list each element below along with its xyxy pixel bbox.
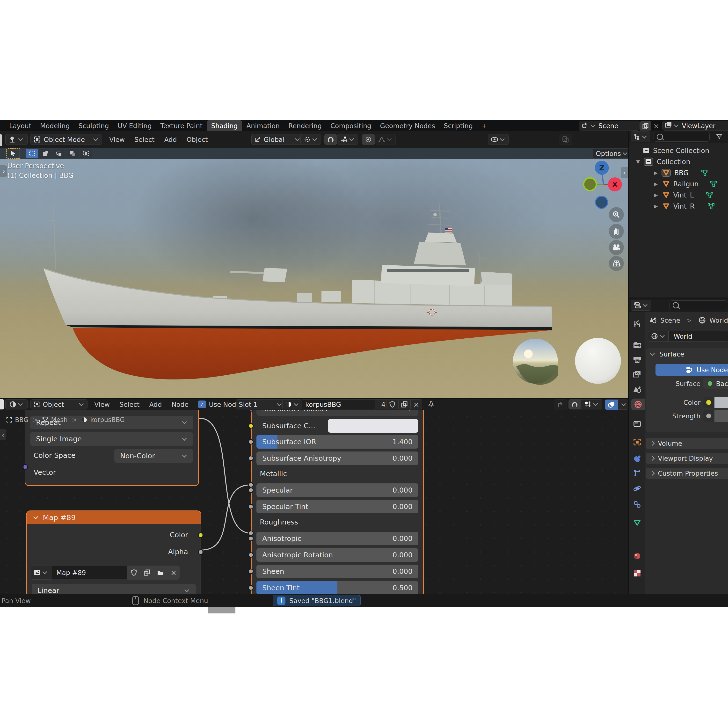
toolbar-expand-arrow[interactable]: › (0, 165, 7, 177)
socket-anisotropic[interactable] (248, 536, 254, 541)
tab-scene[interactable] (631, 384, 643, 395)
menu-view[interactable]: View (109, 136, 125, 143)
outliner-row-vint-l[interactable]: ▶ Vint_L (629, 190, 728, 200)
select-mode-invert-button[interactable] (66, 148, 79, 158)
camera-view-button[interactable] (609, 240, 624, 255)
socket-subsurface-anisotropy[interactable] (248, 456, 254, 461)
outliner-row-railgun[interactable]: ▶ Railgun (629, 178, 728, 190)
material-name-field[interactable]: korpusBBG (302, 399, 381, 410)
panel-viewport-display[interactable]: Viewport Display (646, 453, 728, 464)
n-panel-expand-arrow[interactable]: ‹ (0, 429, 6, 440)
use-nodes-button[interactable]: Use Nodes (656, 364, 728, 376)
unlink-scene-button[interactable]: × (651, 121, 661, 131)
add-workspace-button[interactable]: + (477, 120, 491, 131)
tab-modifiers[interactable] (631, 452, 643, 463)
disclosure-right-icon[interactable]: ▶ (654, 170, 658, 176)
menu-node[interactable]: Node (171, 401, 188, 408)
tab-particles[interactable] (631, 467, 643, 479)
disclosure-right-icon[interactable]: ▶ (654, 192, 658, 198)
socket-specular[interactable] (248, 488, 254, 493)
proportional-falloff-dropdown[interactable] (375, 134, 396, 145)
tab-world-active[interactable] (631, 399, 645, 410)
snap-settings-dropdown[interactable] (337, 134, 358, 145)
bsdf-row-subsurface-color[interactable]: Subsurface C... (257, 419, 418, 433)
outliner-row-vint-r[interactable]: ▶ Vint_R (629, 200, 728, 212)
snap-target-dropdown[interactable] (581, 399, 602, 410)
image-browse-button[interactable] (30, 566, 52, 580)
select-mode-intersect-button[interactable] (80, 148, 92, 158)
bsdf-row-subsurface-radius[interactable]: Subsurface Radius (257, 410, 418, 416)
tab-shading[interactable]: Shading (207, 120, 242, 131)
vector-socket[interactable] (23, 464, 28, 470)
bsdf-row-specular[interactable]: Specular 0.000 (257, 483, 418, 497)
bsdf-row-sheen[interactable]: Sheen 0.000 (257, 564, 418, 578)
node-canvas[interactable]: Repeat Single Image Color Space Non-Colo… (0, 410, 629, 594)
bsdf-row-subsurface-ior[interactable]: Subsurface IOR 1.400 (257, 435, 418, 449)
menu-object[interactable]: Object (187, 136, 208, 143)
properties-search[interactable] (670, 300, 727, 310)
tab-geometry-nodes[interactable]: Geometry Nodes (376, 120, 439, 131)
tab-texture-paint[interactable]: Texture Paint (156, 120, 207, 131)
color-swatch[interactable] (714, 397, 728, 408)
color-space-dropdown[interactable]: Non-Color (114, 449, 193, 463)
tab-texture[interactable] (631, 567, 643, 579)
filter-icon[interactable] (713, 132, 726, 142)
subsurface-color-swatch[interactable] (328, 419, 418, 433)
zoom-button[interactable] (609, 207, 624, 222)
bsdf-row-anisotropic[interactable]: Anisotropic 0.000 (257, 532, 418, 545)
outliner-row-collection[interactable]: ▼ Collection (629, 156, 728, 167)
sidebar-collapse-arrow[interactable]: ‹ (621, 167, 628, 178)
socket-roughness[interactable] (248, 531, 254, 536)
socket-sheen-tint[interactable] (248, 585, 254, 590)
tab-animation[interactable]: Animation (242, 120, 284, 131)
image-unlink-button[interactable]: × (168, 566, 180, 580)
map89-alpha-socket[interactable] (198, 549, 203, 555)
overlays-toggle[interactable] (605, 399, 618, 410)
snap-toggle[interactable] (324, 134, 337, 145)
editor-type-shader[interactable] (5, 399, 28, 410)
duplicate-material-button[interactable] (398, 399, 410, 410)
editor-type-outliner[interactable] (631, 132, 650, 142)
viewport-3d[interactable]: Z X (0, 148, 629, 399)
image-name-field[interactable]: Map #89 (52, 566, 127, 580)
ortho-perspective-button[interactable] (609, 256, 624, 271)
shader-type-dropdown[interactable]: Object (31, 399, 87, 410)
map89-node[interactable]: Map #89 Color Alpha Map #89 (27, 511, 200, 594)
select-mode-subtract-button[interactable] (53, 148, 65, 158)
pan-hand-button[interactable] (609, 224, 624, 239)
surface-panel-header[interactable]: Surface (646, 348, 728, 360)
tab-scripting[interactable]: Scripting (439, 120, 477, 131)
tab-tool[interactable] (631, 318, 643, 330)
menu-view[interactable]: View (94, 401, 110, 408)
world-name-field[interactable]: World (668, 331, 728, 341)
image-fake-user-button[interactable] (127, 566, 141, 580)
tab-object[interactable] (631, 418, 643, 430)
pin-icon[interactable] (425, 399, 437, 409)
show-gizmo-dropdown[interactable] (488, 134, 509, 145)
select-mode-extend-button[interactable] (39, 148, 52, 158)
menu-select[interactable]: Select (135, 136, 154, 143)
tweak-tool-button[interactable] (6, 148, 20, 159)
principled-bsdf-node[interactable]: Subsurface Radius Subsurface C... Subsur… (251, 410, 424, 594)
breadcrumb-world[interactable]: World (710, 317, 728, 324)
tab-compositing[interactable]: Compositing (326, 120, 376, 131)
tab-output[interactable] (631, 353, 643, 365)
outliner-row-bbg[interactable]: ▶ BBG (629, 167, 728, 178)
parent-nodetree-button[interactable] (554, 399, 567, 410)
select-mode-set-button[interactable] (26, 148, 38, 158)
bsdf-row-specular-tint[interactable]: Specular Tint 0.000 (257, 500, 418, 513)
tab-rendering[interactable]: Rendering (284, 120, 326, 131)
menu-select[interactable]: Select (119, 401, 139, 408)
socket-metallic[interactable] (248, 482, 254, 488)
bsdf-row-sheen-tint[interactable]: Sheen Tint 0.500 (257, 581, 418, 594)
overlays-dropdown[interactable] (618, 399, 629, 410)
bsdf-row-subsurface-anisotropy[interactable]: Subsurface Anisotropy 0.000 (257, 451, 418, 465)
scene-selector[interactable]: Scene (579, 121, 640, 130)
view-layer-selector[interactable]: ViewLayer (662, 121, 728, 130)
panel-volume[interactable]: Volume (646, 438, 728, 449)
new-scene-button[interactable] (640, 121, 651, 132)
tab-modeling[interactable]: Modeling (36, 120, 74, 131)
xray-toggle[interactable] (559, 134, 572, 145)
options-dropdown[interactable]: Options (593, 148, 629, 158)
bsdf-row-anisotropic-rotation[interactable]: Anisotropic Rotation 0.000 (257, 548, 418, 562)
